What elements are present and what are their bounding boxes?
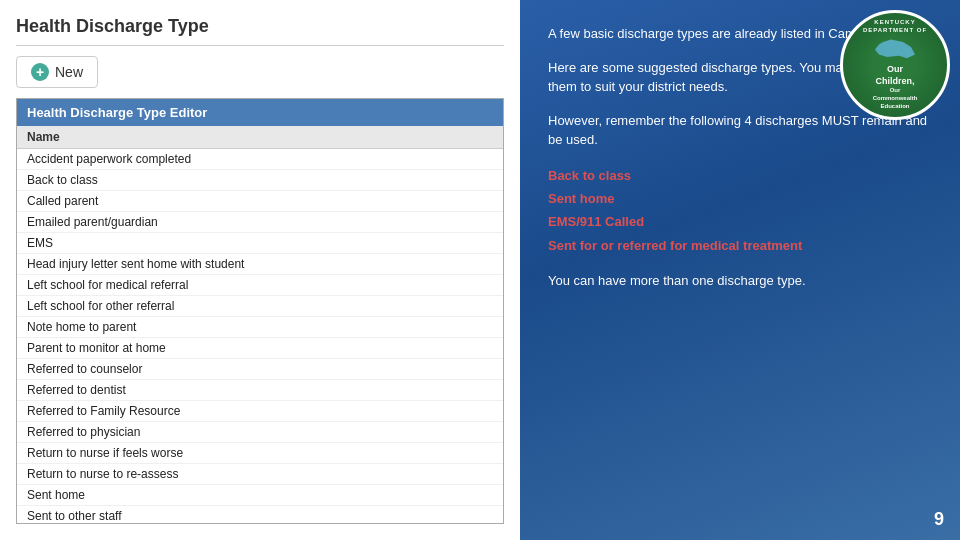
- editor-header: Health Discharge Type Editor: [17, 99, 503, 126]
- list-item[interactable]: Referred to counselor: [17, 359, 503, 380]
- list-item[interactable]: Left school for medical referral: [17, 275, 503, 296]
- logo-circle: KentuckyDepartment of OurChildren, OurCo…: [840, 10, 950, 120]
- new-button-label: New: [55, 64, 83, 80]
- editor-column-header: Name: [17, 126, 503, 149]
- list-item[interactable]: Parent to monitor at home: [17, 338, 503, 359]
- editor-list[interactable]: Accident paperwork completedBack to clas…: [17, 149, 503, 523]
- logo-education-text: Education: [863, 103, 927, 111]
- list-item[interactable]: Return to nurse to re-assess: [17, 464, 503, 485]
- list-item[interactable]: EMS: [17, 233, 503, 254]
- new-button[interactable]: + New: [16, 56, 98, 88]
- list-item[interactable]: Back to class: [17, 170, 503, 191]
- list-item[interactable]: Return to nurse if feels worse: [17, 443, 503, 464]
- list-item[interactable]: Referred to dentist: [17, 380, 503, 401]
- logo-inner: KentuckyDepartment of OurChildren, OurCo…: [859, 15, 931, 114]
- right-panel: KentuckyDepartment of OurChildren, OurCo…: [520, 0, 960, 540]
- left-panel: Health Discharge Type + New Health Disch…: [0, 0, 520, 540]
- logo-arc-top: KentuckyDepartment of: [863, 19, 927, 35]
- list-item[interactable]: Referred to physician: [17, 422, 503, 443]
- plus-icon: +: [31, 63, 49, 81]
- list-item[interactable]: Accident paperwork completed: [17, 149, 503, 170]
- list-item[interactable]: Note home to parent: [17, 317, 503, 338]
- list-item[interactable]: Head injury letter sent home with studen…: [17, 254, 503, 275]
- list-item[interactable]: Referred to Family Resource: [17, 401, 503, 422]
- state-silhouette: [875, 37, 915, 62]
- highlight-list: Back to classSent homeEMS/911 CalledSent…: [548, 164, 932, 258]
- list-item[interactable]: Called parent: [17, 191, 503, 212]
- highlight-item: Sent for or referred for medical treatme…: [548, 234, 932, 257]
- highlight-item: Sent home: [548, 187, 932, 210]
- panel-title: Health Discharge Type: [16, 16, 504, 46]
- highlight-item: EMS/911 Called: [548, 210, 932, 233]
- editor-box: Health Discharge Type Editor Name Accide…: [16, 98, 504, 524]
- logo-sub-text: OurCommonwealth: [863, 87, 927, 103]
- logo-main-text: OurChildren,: [863, 64, 927, 87]
- list-item[interactable]: Sent to other staff: [17, 506, 503, 523]
- highlight-item: Back to class: [548, 164, 932, 187]
- paragraph4: You can have more than one discharge typ…: [548, 271, 932, 291]
- list-item[interactable]: Left school for other referral: [17, 296, 503, 317]
- list-item[interactable]: Emailed parent/guardian: [17, 212, 503, 233]
- list-item[interactable]: Sent home: [17, 485, 503, 506]
- page-number: 9: [934, 509, 944, 530]
